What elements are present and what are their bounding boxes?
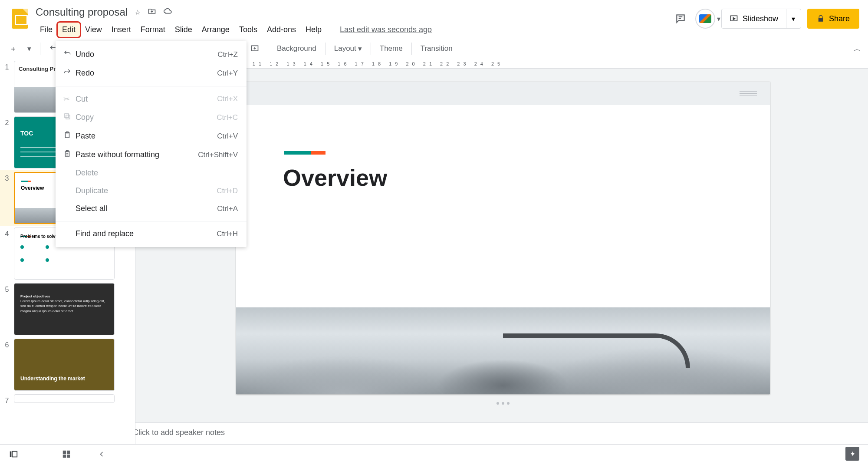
menu-help[interactable]: Help — [301, 23, 326, 37]
accent-bar[interactable] — [284, 151, 326, 155]
menu-tools[interactable]: Tools — [235, 23, 262, 37]
slide-thumbnail-7[interactable] — [14, 394, 115, 403]
edit-menu-dropdown: Undo Ctrl+Z Redo Ctrl+Y ✂ Cut Ctrl+X Cop… — [56, 41, 247, 247]
svg-rect-9 — [65, 114, 69, 118]
star-icon[interactable]: ☆ — [135, 8, 141, 16]
transition-button[interactable]: Transition — [416, 42, 457, 56]
svg-rect-6 — [63, 454, 66, 457]
menu-item-delete: Delete — [56, 164, 247, 182]
slide-number: 2 — [0, 116, 14, 168]
layout-button[interactable]: Layout ▾ — [330, 42, 366, 56]
slide-number: 3 — [0, 172, 14, 224]
slide-number: 1 — [0, 61, 14, 113]
redo-icon — [63, 68, 76, 78]
cloud-status-icon[interactable] — [163, 7, 173, 18]
cut-icon: ✂ — [63, 94, 76, 104]
pane-resize-handle[interactable] — [496, 402, 510, 405]
slide-header-shape[interactable] — [236, 82, 770, 105]
background-button[interactable]: Background — [273, 42, 321, 56]
menu-item-paste-without-formatting[interactable]: Paste without formatting Ctrl+Shift+V — [56, 145, 247, 164]
drag-handle-icon[interactable] — [740, 91, 757, 96]
filmstrip-view-icon[interactable] — [9, 449, 18, 461]
svg-rect-4 — [63, 450, 66, 453]
menu-item-copy: Copy Ctrl+C — [56, 108, 247, 127]
slideshow-button[interactable]: Slideshow ▾ — [721, 9, 801, 29]
caret-down-icon: ▾ — [717, 15, 720, 23]
paste-icon — [63, 131, 76, 141]
menu-item-find-replace[interactable]: Find and replace Ctrl+H — [56, 225, 247, 243]
slide-title-text[interactable]: Overview — [283, 164, 387, 191]
comments-icon[interactable] — [672, 10, 689, 27]
theme-button[interactable]: Theme — [375, 42, 407, 56]
svg-rect-7 — [67, 454, 70, 457]
menu-addons[interactable]: Add-ons — [263, 23, 300, 37]
menu-slide[interactable]: Slide — [171, 23, 197, 37]
menu-insert[interactable]: Insert — [107, 23, 135, 37]
meet-button[interactable]: ▾ — [695, 9, 715, 29]
new-slide-button[interactable]: ＋ — [5, 41, 21, 56]
slide-number: 7 — [0, 394, 14, 405]
menu-format[interactable]: Format — [136, 23, 170, 37]
explore-button[interactable]: ✦ — [845, 447, 859, 461]
svg-rect-8 — [66, 115, 70, 119]
slideshow-dropdown[interactable]: ▾ — [786, 9, 801, 28]
svg-rect-3 — [12, 451, 17, 457]
collapse-toolbar-icon[interactable]: ︿ — [854, 44, 861, 54]
menu-view[interactable]: View — [81, 23, 106, 37]
app-logo[interactable] — [9, 4, 31, 29]
last-edit-link[interactable]: Last edit was seconds ago — [335, 23, 436, 37]
menu-arrange[interactable]: Arrange — [197, 23, 234, 37]
slide-image[interactable] — [236, 307, 770, 394]
menu-item-redo[interactable]: Redo Ctrl+Y — [56, 64, 247, 82]
slide-thumbnail-5[interactable]: Project objectivesLorem ipsum dolor sit … — [14, 283, 115, 335]
slide-thumbnail-6[interactable]: Understanding the market — [14, 339, 115, 391]
move-to-folder-icon[interactable] — [148, 7, 156, 17]
slide-number: 4 — [0, 228, 14, 280]
speaker-notes[interactable]: Click to add speaker notes — [121, 422, 868, 444]
document-title[interactable]: Consulting proposal — [36, 6, 128, 18]
copy-icon — [63, 112, 76, 122]
svg-rect-2 — [10, 451, 12, 457]
slide-number: 5 — [0, 283, 14, 335]
menu-item-cut: ✂ Cut Ctrl+X — [56, 90, 247, 108]
menu-item-select-all[interactable]: Select all Ctrl+A — [56, 200, 247, 218]
lock-icon — [817, 15, 825, 23]
share-button[interactable]: Share — [807, 9, 859, 29]
slide-canvas[interactable]: Overview — [236, 82, 770, 394]
slide-number: 6 — [0, 339, 14, 391]
undo-icon — [63, 49, 76, 59]
menu-file[interactable]: File — [36, 23, 57, 37]
menu-item-undo[interactable]: Undo Ctrl+Z — [56, 45, 247, 64]
chevron-left-icon[interactable] — [97, 450, 106, 460]
comment-insert-button[interactable] — [246, 42, 263, 56]
menu-item-duplicate: Duplicate Ctrl+D — [56, 182, 247, 200]
menubar: File Edit View Insert Format Slide Arran… — [36, 23, 672, 37]
grid-view-icon[interactable] — [62, 449, 71, 461]
present-icon — [730, 14, 738, 23]
paste-plain-icon — [63, 150, 76, 160]
menu-edit[interactable]: Edit — [58, 23, 80, 37]
bottom-bar — [0, 444, 868, 465]
menu-item-paste[interactable]: Paste Ctrl+V — [56, 127, 247, 145]
svg-rect-5 — [67, 450, 70, 453]
new-slide-dropdown[interactable]: ▾ — [23, 42, 36, 56]
